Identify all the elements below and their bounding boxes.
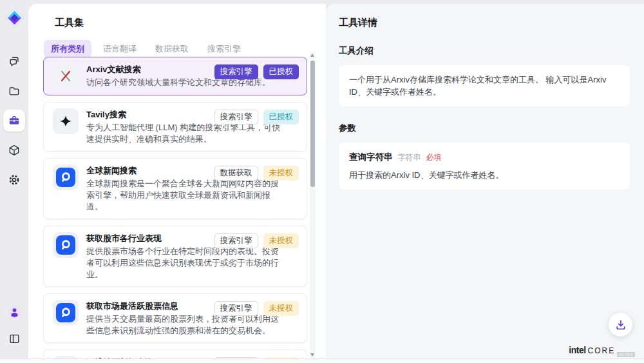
tools-panel: 工具集 所有类别 语言翻译 数据获取 搜索引擎 Arxiv文献搜索 访问各个研究… [28,4,326,358]
category-badge: 搜索引擎 [214,233,258,248]
category-badge: 数据获取 [214,166,258,181]
panel-toggle-icon[interactable] [3,328,25,349]
app-logo-icon [4,7,25,28]
settings-icon[interactable] [3,169,25,191]
rail-nav [0,50,28,191]
detail-title: 工具详情 [339,17,630,29]
auth-badge: 已授权 [263,64,299,79]
page-title: 工具集 [55,17,326,29]
ultra-badge: ultra [617,352,635,357]
core-wordmark: core [588,346,616,355]
tool-description: 全球新闻搜索是一个聚合全球各大新闻网站内容的搜索引擎，帮助用户快速获取全球最新资… [86,178,283,213]
download-icon [614,319,627,331]
tool-description: 专为人工智能代理 (LLM) 构建的搜索引擎工具，可快速提供实时、准确和真实的结… [86,122,283,145]
tool-icon [53,232,79,258]
window-bottom-edge [0,358,644,363]
tool-icon [53,63,79,89]
param-name: 查询字符串 [349,151,393,163]
scrollbar-thumb[interactable] [310,61,315,187]
intro-text: 一个用于从Arxiv存储库搜索科学论文和文章的工具。 输入可以是Arxiv ID… [349,75,606,97]
category-badge: 搜索引擎 [214,110,258,124]
tool-description: 提供当天交易量最高的股票列表，投资者可以利用这些信息来识别流动性强的股票和潜在的… [86,313,283,337]
auth-badge: 已授权 [263,110,299,124]
auth-badge: 未授权 [263,233,299,248]
tool-card[interactable]: 全球新闻搜索 全球新闻搜索是一个聚合全球各大新闻网站内容的搜索引擎，帮助用户快速… [43,158,307,219]
tool-card[interactable]: 获取股市各行业表现 提供股票市场各个行业在特定时间段内的表现。投资者可以利用这些… [43,226,307,287]
scrollbar-down-arrow-icon[interactable] [310,353,314,357]
tool-icon [53,108,79,134]
intel-wordmark: intel [569,345,585,355]
folder-icon[interactable] [3,80,25,102]
tool-card[interactable]: 获取市场最活跃股票信息 提供当天交易量最高的股票列表，投资者可以利用这些信息来识… [43,293,307,343]
tool-card[interactable]: 万维地区新闻查询 查询具体行政区划内的新闻，快速了解各地新闻动 搜索引擎 未授权 [43,349,307,358]
tab-language-translation[interactable]: 语言翻译 [96,40,144,58]
intel-core-logo: intelcore ultra [569,345,635,355]
toolbox-icon[interactable] [3,110,25,132]
param-type: 字符串 [398,152,421,164]
category-badge: 搜索引擎 [214,301,258,316]
param-box: 查询字符串 字符串 必填 用于搜索的Arxiv ID、关键字或作者姓名。 [339,142,630,190]
category-tabs: 所有类别 语言翻译 数据获取 搜索引擎 [44,40,326,58]
tool-list: Arxiv文献搜索 访问各个研究领域大量科学论文和文章的存储库。 搜索引擎 已授… [43,57,307,358]
tool-icon [53,164,79,190]
scrollbar-up-arrow-icon[interactable] [310,54,314,57]
category-badge: 搜索引擎 [214,64,258,79]
list-scrollbar[interactable] [310,52,316,358]
package-icon[interactable] [3,139,25,161]
tab-search-engine[interactable]: 搜索引擎 [200,40,248,58]
tab-data-fetch[interactable]: 数据获取 [148,40,196,58]
tool-detail-panel: 工具详情 工具介绍 一个用于从Arxiv存储库搜索科学论文和文章的工具。 输入可… [326,4,644,358]
tool-icon [53,300,79,326]
rail-bottom [0,300,28,349]
auth-badge: 未授权 [263,166,299,181]
chat-icon[interactable] [3,50,25,72]
tool-card[interactable]: Tavily搜索 专为人工智能代理 (LLM) 构建的搜索引擎工具，可快速提供实… [43,102,307,152]
param-required-flag: 必填 [426,152,442,164]
auth-badge: 未授权 [263,301,299,316]
tool-card[interactable]: Arxiv文献搜索 访问各个研究领域大量科学论文和文章的存储库。 搜索引擎 已授… [43,57,307,95]
left-rail [0,0,28,358]
download-button[interactable] [609,313,632,337]
param-description: 用于搜索的Arxiv ID、关键字或作者姓名。 [349,169,620,181]
intro-box: 一个用于从Arxiv存储库搜索科学论文和文章的工具。 输入可以是Arxiv ID… [339,65,630,106]
intro-heading: 工具介绍 [339,45,630,57]
tab-all-categories[interactable]: 所有类别 [44,40,91,58]
user-avatar[interactable] [3,300,25,322]
tool-description: 提供股票市场各个行业在特定时间段内的表现。投资者可以利用这些信息来识别表现优于或… [86,246,283,280]
params-heading: 参数 [339,123,630,134]
